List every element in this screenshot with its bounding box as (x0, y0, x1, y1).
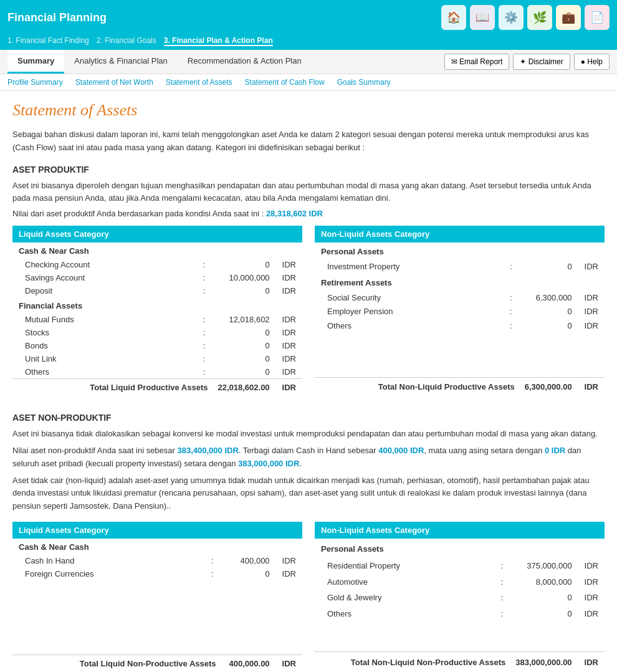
productive-asset-tables: Liquid Assets Category Cash & Near Cash … (12, 226, 605, 394)
table-row: Gold & Jewelry : 0 IDR (315, 590, 605, 606)
table-row: Employer Pension : 0 IDR (315, 304, 605, 319)
home-button[interactable]: 🏠 (441, 5, 466, 30)
step-3[interactable]: 3. Financial Plan & Action Plan (164, 36, 273, 46)
document-button[interactable]: 📄 (585, 5, 610, 30)
personal-assets-header: Personal Assets (315, 242, 605, 259)
liquid-nonproductive-header: Liquid Assets Category (12, 522, 302, 539)
liquid-productive-header: Liquid Assets Category (12, 226, 302, 242)
gear-button[interactable]: ⚙️ (499, 5, 524, 30)
table-row: Mutual Funds : 12,018,602 IDR (12, 313, 302, 326)
non-liquid-nonproductive-total-row: Total Non-Liquid Non-Productive Assets 3… (315, 651, 605, 670)
non-liquid-nonproductive-table: Non-Liquid Assets Category Personal Asse… (315, 522, 605, 671)
liquid-productive-total-row: Total Liquid Productive Assets 22,018,60… (12, 379, 302, 395)
table-row: Savings Account : 10,000,000 IDR (12, 271, 302, 284)
non-liquid-productive-total-row: Total Non-Liquid Productive Assets 6,300… (315, 378, 605, 395)
personal-assets-np-header: Personal Assets (315, 539, 605, 558)
subnav-assets[interactable]: Statement of Assets (166, 77, 232, 88)
cash-near-cash-np-header: Cash & Near Cash (12, 539, 302, 554)
main-nav: Summary Analytics & Financial Plan Recom… (0, 50, 617, 74)
tab-summary[interactable]: Summary (7, 50, 64, 74)
nonproductive-desc1: Aset ini biasanya tidak dialokasikan seb… (12, 428, 605, 441)
book-button[interactable]: 📖 (470, 5, 495, 30)
tab-analytics[interactable]: Analytics & Financial Plan (64, 50, 178, 74)
nonproductive-desc2: Nilai aset non-produktif Anda saat ini s… (12, 444, 605, 471)
step-bar: 1. Financial Fact Finding 2. Financial G… (0, 35, 617, 50)
productive-value-amount: 28,318,602 IDR (266, 209, 323, 218)
liquid-nonproductive-table: Liquid Assets Category Cash & Near Cash … (12, 522, 302, 671)
disclaimer-button[interactable]: ✦ Disclaimer (513, 54, 570, 70)
productive-desc: Aset ini biasanya diperoleh dengan tujua… (12, 180, 605, 206)
table-row: Residential Property : 375,000,000 IDR (315, 558, 605, 574)
table-row: Social Security : 6,300,000 IDR (315, 290, 605, 305)
step-2[interactable]: 2. Financial Goals (97, 36, 156, 46)
subnav-net-worth[interactable]: Statement of Net Worth (75, 77, 153, 88)
leaf-button[interactable]: 🌿 (527, 5, 552, 30)
table-row: Checking Account : 0 IDR (12, 258, 302, 271)
help-button[interactable]: ● Help (574, 54, 610, 70)
non-liquid-productive-table: Non-Liquid Assets Category Personal Asse… (315, 226, 605, 394)
nonproductive-desc3: Aset tidak cair (non-liquid) adalah aset… (12, 474, 605, 513)
content-area: Statement of Assets Sebagai bahan diskus… (0, 91, 617, 672)
nonproductive-title: ASET NON-PRODUKTIF (12, 413, 605, 423)
nonproductive-asset-tables: Liquid Assets Category Cash & Near Cash … (12, 522, 605, 671)
non-liquid-productive-header: Non-Liquid Assets Category (315, 226, 605, 242)
productive-assets-section: ASET PRODUKTIF Aset ini biasanya diperol… (12, 165, 605, 395)
briefcase-button[interactable]: 💼 (556, 5, 581, 30)
table-row: Bonds : 0 IDR (12, 339, 302, 352)
non-liquid-nonproductive-header: Non-Liquid Assets Category (315, 522, 605, 539)
cash-near-cash-header: Cash & Near Cash (12, 242, 302, 258)
table-row: Others : 0 IDR (12, 365, 302, 379)
main-nav-tabs: Summary Analytics & Financial Plan Recom… (7, 50, 312, 74)
nonproductive-assets-section: ASET NON-PRODUKTIF Aset ini biasanya tid… (12, 413, 605, 670)
retirement-assets-header: Retirement Assets (315, 274, 605, 290)
liquid-productive-table: Liquid Assets Category Cash & Near Cash … (12, 226, 302, 394)
subnav-goals[interactable]: Goals Summary (337, 77, 391, 88)
productive-value-line: Nilai dari aset produktif Anda berdasark… (12, 209, 605, 218)
page-title: Statement of Assets (12, 101, 605, 120)
table-row: Stocks : 0 IDR (12, 326, 302, 339)
table-row: Deposit : 0 IDR (12, 284, 302, 297)
productive-title: ASET PRODUKTIF (12, 165, 605, 175)
nav-buttons: ✉ Email Report ✦ Disclaimer ● Help (444, 54, 610, 70)
step-1[interactable]: 1. Financial Fact Finding (7, 36, 89, 46)
intro-paragraph: Sebagai bahan diskusi dalam laporan ini,… (12, 130, 589, 152)
table-row: Others : 0 IDR (315, 606, 605, 622)
app-title: Financial Planning (7, 11, 107, 24)
subnav-cash-flow[interactable]: Statement of Cash Flow (245, 77, 325, 88)
table-row: Automotive : 8,000,000 IDR (315, 574, 605, 590)
table-row: Unit Link : 0 IDR (12, 352, 302, 365)
table-row: Others : 0 IDR (315, 319, 605, 333)
liquid-nonproductive-total-row: Total Liquid Non-Productive Assets 400,0… (12, 655, 302, 671)
header-icons: 🏠 📖 ⚙️ 🌿 💼 📄 (441, 5, 610, 30)
table-row: Foreign Currencies : 0 IDR (12, 567, 302, 580)
tab-recommendation[interactable]: Recommendation & Action Plan (178, 50, 312, 74)
sub-nav: Profile Summary Statement of Net Worth S… (0, 74, 617, 91)
table-row: Investment Property : 0 IDR (315, 259, 605, 274)
financial-assets-header: Financial Assets (12, 297, 302, 313)
table-row: Cash In Hand : 400,000 IDR (12, 554, 302, 567)
app-header: Financial Planning 🏠 📖 ⚙️ 🌿 💼 📄 (0, 0, 617, 35)
email-report-button[interactable]: ✉ Email Report (444, 54, 510, 70)
subnav-profile[interactable]: Profile Summary (7, 77, 63, 88)
intro-text: Sebagai bahan diskusi dalam laporan ini,… (12, 128, 605, 155)
